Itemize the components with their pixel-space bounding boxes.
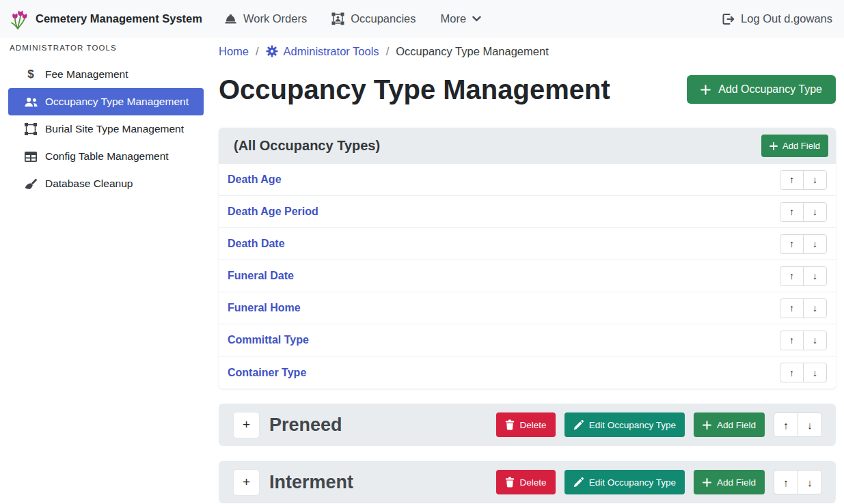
app-brand[interactable]: Cemetery Management System xyxy=(10,8,202,30)
plus-icon xyxy=(700,85,711,95)
sidebar-heading: ADMINISTRATOR TOOLS xyxy=(8,44,204,52)
move-down-button[interactable]: ↓ xyxy=(803,202,827,222)
logout-button[interactable]: Log Out d.gowans xyxy=(722,12,832,25)
edit-occupancy-type-label: Edit Occupancy Type xyxy=(589,477,676,488)
down-arrow-icon: ↓ xyxy=(813,335,817,346)
dollar-icon: $ xyxy=(24,68,38,81)
breadcrumb: Home / Administrator xyxy=(219,43,836,59)
move-down-button[interactable]: ↓ xyxy=(798,470,822,494)
nav-work-orders-label: Work Orders xyxy=(243,12,307,25)
vector-square-icon xyxy=(24,123,38,135)
field-row: Death Age Period ↑ ↓ xyxy=(219,196,836,228)
main-nav: Work Orders Occupancies Mo xyxy=(224,12,481,25)
move-down-button[interactable]: ↓ xyxy=(798,412,822,437)
delete-button[interactable]: Delete xyxy=(496,412,556,437)
reorder-controls: ↑ ↓ xyxy=(780,331,827,350)
field-row: Death Date ↑ ↓ xyxy=(219,228,836,260)
nav-occupancies-label: Occupancies xyxy=(351,12,416,25)
tulip-logo-icon xyxy=(10,8,29,30)
nav-more-label: More xyxy=(441,12,467,25)
move-down-button[interactable]: ↓ xyxy=(803,298,827,318)
sidebar-item-fee-management[interactable]: $ Fee Management xyxy=(8,61,204,88)
reorder-controls: ↑ ↓ xyxy=(780,170,827,190)
bar-actions: Delete Edit Occupancy Type xyxy=(496,470,822,494)
field-link[interactable]: Death Date xyxy=(228,238,285,250)
occupancy-type-sections: + Preneed Delete xyxy=(219,404,836,503)
add-field-label: Add Field xyxy=(782,141,820,151)
move-down-button[interactable]: ↓ xyxy=(803,331,827,350)
add-field-label: Add Field xyxy=(717,477,756,488)
reorder-controls: ↑ ↓ xyxy=(780,298,827,318)
card-header: (All Occupancy Types) Add Field xyxy=(219,128,836,164)
field-link[interactable]: Funeral Date xyxy=(228,270,294,282)
add-occupancy-type-label: Add Occupancy Type xyxy=(718,83,822,96)
plus-icon xyxy=(770,142,778,150)
field-link[interactable]: Death Age xyxy=(228,173,282,186)
occupancy-type-title: Interment xyxy=(269,472,353,493)
field-link[interactable]: Container Type xyxy=(228,367,306,379)
edit-occupancy-type-button[interactable]: Edit Occupancy Type xyxy=(564,470,685,494)
up-arrow-icon: ↑ xyxy=(789,335,794,346)
reorder-controls: ↑ ↓ xyxy=(780,234,827,254)
down-arrow-icon: ↓ xyxy=(807,419,813,431)
breadcrumb-home-link[interactable]: Home xyxy=(219,43,249,59)
move-up-button[interactable]: ↑ xyxy=(780,266,804,286)
sidebar-item-config-table-management[interactable]: Config Table Management xyxy=(8,143,204,170)
move-up-button[interactable]: ↑ xyxy=(780,170,804,190)
table-icon xyxy=(24,152,38,162)
down-arrow-icon: ↓ xyxy=(813,238,817,249)
field-link[interactable]: Committal Type xyxy=(228,334,309,346)
up-arrow-icon: ↑ xyxy=(783,477,789,488)
down-arrow-icon: ↓ xyxy=(807,477,813,488)
field-link[interactable]: Death Age Period xyxy=(228,206,318,218)
move-up-button[interactable]: ↑ xyxy=(780,331,804,350)
add-field-button[interactable]: Add Field xyxy=(694,470,765,494)
expand-button[interactable]: + xyxy=(234,470,259,495)
delete-label: Delete xyxy=(520,477,547,488)
move-up-button[interactable]: ↑ xyxy=(780,363,804,382)
move-up-button[interactable]: ↑ xyxy=(780,298,804,318)
expand-button[interactable]: + xyxy=(234,412,259,438)
nav-more[interactable]: More xyxy=(441,12,482,25)
sidebar-item-burial-site-type-management[interactable]: Burial Site Type Management xyxy=(8,115,204,143)
move-down-button[interactable]: ↓ xyxy=(803,170,827,190)
move-up-button[interactable]: ↑ xyxy=(774,470,798,494)
all-occupancy-types-card: (All Occupancy Types) Add Field Death Ag… xyxy=(219,128,836,389)
down-arrow-icon: ↓ xyxy=(813,270,817,281)
move-down-button[interactable]: ↓ xyxy=(803,363,827,382)
down-arrow-icon: ↓ xyxy=(813,174,817,185)
down-arrow-icon: ↓ xyxy=(813,303,817,313)
add-field-button[interactable]: Add Field xyxy=(761,135,828,157)
move-down-button[interactable]: ↓ xyxy=(803,266,827,286)
field-row: Container Type ↑ ↓ xyxy=(219,356,836,389)
bar-actions: Delete Edit Occupancy Type xyxy=(496,412,822,437)
occupancy-type-bar: + Interment Delete xyxy=(219,461,836,503)
move-up-button[interactable]: ↑ xyxy=(780,234,804,254)
move-up-button[interactable]: ↑ xyxy=(780,202,804,222)
move-up-button[interactable]: ↑ xyxy=(774,412,798,437)
move-down-button[interactable]: ↓ xyxy=(803,234,827,254)
occupancy-type-title: Preneed xyxy=(269,415,342,436)
field-link[interactable]: Funeral Home xyxy=(228,302,301,314)
breadcrumb-home-label: Home xyxy=(219,43,249,59)
sidebar-item-label: Fee Management xyxy=(45,68,128,81)
sidebar-item-label: Database Cleanup xyxy=(45,178,133,190)
nav-occupancies[interactable]: Occupancies xyxy=(331,12,416,25)
breadcrumb-admin-tools-link[interactable]: Administrator Tools xyxy=(266,43,379,59)
sidebar-item-label: Occupancy Type Management xyxy=(45,96,189,108)
down-arrow-icon: ↓ xyxy=(813,206,817,217)
field-row: Committal Type ↑ ↓ xyxy=(219,324,836,356)
delete-label: Delete xyxy=(520,420,547,430)
add-field-button[interactable]: Add Field xyxy=(694,412,765,437)
reorder-controls: ↑ ↓ xyxy=(774,470,822,494)
up-arrow-icon: ↑ xyxy=(789,303,794,313)
nav-work-orders[interactable]: Work Orders xyxy=(224,12,307,25)
occupancies-icon xyxy=(331,12,344,25)
sidebar-item-database-cleanup[interactable]: Database Cleanup xyxy=(8,170,204,197)
up-arrow-icon: ↑ xyxy=(789,367,794,378)
edit-occupancy-type-button[interactable]: Edit Occupancy Type xyxy=(564,412,685,437)
sidebar-item-occupancy-type-management[interactable]: Occupancy Type Management xyxy=(8,88,204,115)
delete-button[interactable]: Delete xyxy=(496,470,556,494)
add-occupancy-type-button[interactable]: Add Occupancy Type xyxy=(687,75,836,104)
breadcrumb-separator: / xyxy=(386,43,390,59)
